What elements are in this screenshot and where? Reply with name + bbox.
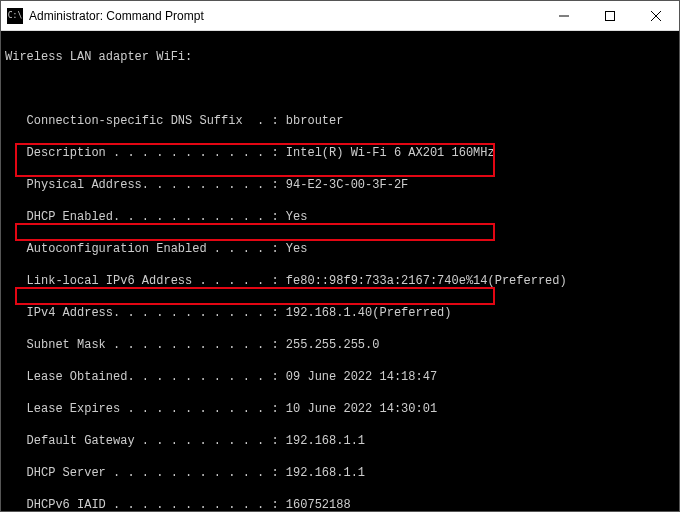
row-autoconfig: Autoconfiguration Enabled . . . . : Yes xyxy=(5,241,677,257)
highlight-box-dns xyxy=(15,287,495,305)
label: Description . . . . . . . . . . . : xyxy=(5,146,286,160)
row-lease-obtained: Lease Obtained. . . . . . . . . . : 09 J… xyxy=(5,369,677,385)
value: 255.255.255.0 xyxy=(286,338,380,352)
value: 160752188 xyxy=(286,498,351,511)
label: DHCP Enabled. . . . . . . . . . . : xyxy=(5,210,286,224)
minimize-button[interactable] xyxy=(541,1,587,31)
value: Yes xyxy=(286,210,308,224)
label: IPv4 Address. . . . . . . . . . . : xyxy=(5,306,286,320)
maximize-button[interactable] xyxy=(587,1,633,31)
titlebar[interactable]: C:\ Administrator: Command Prompt xyxy=(1,1,679,31)
value: Yes xyxy=(286,242,308,256)
adapter-header: Wireless LAN adapter WiFi: xyxy=(5,49,677,65)
value: 192.168.1.1 xyxy=(286,466,365,480)
label: DHCPv6 IAID . . . . . . . . . . . : xyxy=(5,498,286,511)
value: fe80::98f9:733a:2167:740e%14(Preferred) xyxy=(286,274,567,288)
label: DHCP Server . . . . . . . . . . . : xyxy=(5,466,286,480)
label: Link-local IPv6 Address . . . . . : xyxy=(5,274,286,288)
label: Default Gateway . . . . . . . . . : xyxy=(5,434,286,448)
value: Intel(R) Wi-Fi 6 AX201 160MHz xyxy=(286,146,495,160)
value: 09 June 2022 14:18:47 xyxy=(286,370,437,384)
terminal-output[interactable]: Wireless LAN adapter WiFi: Connection-sp… xyxy=(1,31,679,511)
value: 94-E2-3C-00-3F-2F xyxy=(286,178,408,192)
row-ipv4-address: IPv4 Address. . . . . . . . . . . : 192.… xyxy=(5,305,677,321)
row-dhcpv6-iaid: DHCPv6 IAID . . . . . . . . . . . : 1607… xyxy=(5,497,677,511)
row-dhcp-server: DHCP Server . . . . . . . . . . . : 192.… xyxy=(5,465,677,481)
highlight-box-gateway xyxy=(15,223,495,241)
label: Lease Expires . . . . . . . . . . : xyxy=(5,402,286,416)
value: 10 June 2022 14:30:01 xyxy=(286,402,437,416)
value: 192.168.1.1 xyxy=(286,434,365,448)
window-title: Administrator: Command Prompt xyxy=(29,9,204,23)
blank-line xyxy=(5,81,677,97)
row-lease-expires: Lease Expires . . . . . . . . . . : 10 J… xyxy=(5,401,677,417)
label: Physical Address. . . . . . . . . : xyxy=(5,178,286,192)
value: 192.168.1.40(Preferred) xyxy=(286,306,452,320)
value: bbrouter xyxy=(286,114,344,128)
row-description: Description . . . . . . . . . . . : Inte… xyxy=(5,145,677,161)
svg-rect-0 xyxy=(606,11,615,20)
row-physical-address: Physical Address. . . . . . . . . : 94-E… xyxy=(5,177,677,193)
label: Lease Obtained. . . . . . . . . . : xyxy=(5,370,286,384)
row-default-gateway: Default Gateway . . . . . . . . . : 192.… xyxy=(5,433,677,449)
cmd-icon: C:\ xyxy=(7,8,23,24)
label: Autoconfiguration Enabled . . . . : xyxy=(5,242,286,256)
close-button[interactable] xyxy=(633,1,679,31)
row-linklocal-ipv6: Link-local IPv6 Address . . . . . : fe80… xyxy=(5,273,677,289)
row-dhcp-enabled: DHCP Enabled. . . . . . . . . . . : Yes xyxy=(5,209,677,225)
label: Subnet Mask . . . . . . . . . . . : xyxy=(5,338,286,352)
row-subnet-mask: Subnet Mask . . . . . . . . . . . : 255.… xyxy=(5,337,677,353)
row-dns-suffix: Connection-specific DNS Suffix . : bbrou… xyxy=(5,113,677,129)
command-prompt-window: C:\ Administrator: Command Prompt Wirele… xyxy=(0,0,680,512)
label: Connection-specific DNS Suffix . : xyxy=(5,114,286,128)
